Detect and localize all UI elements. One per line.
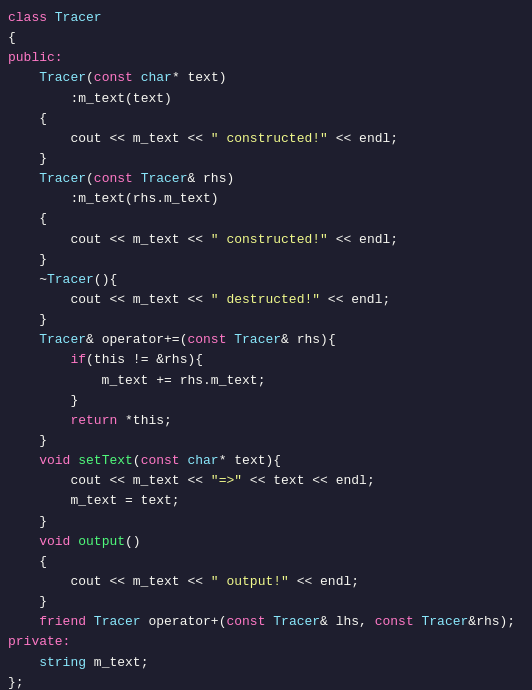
code-token: *this; bbox=[117, 413, 172, 428]
code-line: public: bbox=[0, 48, 532, 68]
code-token: const bbox=[226, 614, 273, 629]
code-token: Tracer bbox=[234, 332, 281, 347]
code-token: Tracer bbox=[55, 10, 102, 25]
code-token: } bbox=[8, 151, 47, 166]
code-line: friend Tracer operator+(const Tracer& lh… bbox=[0, 612, 532, 632]
code-line: string m_text; bbox=[0, 653, 532, 673]
code-token: Tracer bbox=[94, 614, 141, 629]
code-block: class Tracer{public: Tracer(const char* … bbox=[0, 0, 532, 690]
code-line: } bbox=[0, 391, 532, 411]
code-token: () bbox=[125, 534, 141, 549]
code-token bbox=[8, 171, 39, 186]
code-token: * bbox=[172, 70, 188, 85]
code-token: ( bbox=[86, 171, 94, 186]
code-line: void output() bbox=[0, 532, 532, 552]
code-token bbox=[8, 453, 39, 468]
code-token: & operator+=( bbox=[86, 332, 187, 347]
code-token: cout << m_text << bbox=[8, 473, 211, 488]
code-token: (this != &rhs){ bbox=[86, 352, 203, 367]
code-token: } bbox=[8, 433, 47, 448]
code-token: class bbox=[8, 10, 55, 25]
code-line: } bbox=[0, 250, 532, 270]
code-line: :m_text(rhs.m_text) bbox=[0, 189, 532, 209]
code-line: { bbox=[0, 209, 532, 229]
code-token: m_text; bbox=[86, 655, 148, 670]
code-token: "=>" bbox=[211, 473, 242, 488]
code-token: cout << m_text << bbox=[8, 131, 211, 146]
code-token: void bbox=[39, 534, 78, 549]
code-token: cout << m_text << bbox=[8, 574, 211, 589]
code-token: &rhs); bbox=[468, 614, 515, 629]
code-token: private: bbox=[8, 634, 70, 649]
code-line: void setText(const char* text){ bbox=[0, 451, 532, 471]
code-line: { bbox=[0, 109, 532, 129]
code-line: } bbox=[0, 512, 532, 532]
code-token: public: bbox=[8, 50, 63, 65]
code-line: Tracer(const char* text) bbox=[0, 68, 532, 88]
code-line: cout << m_text << " output!" << endl; bbox=[0, 572, 532, 592]
code-token: " constructed!" bbox=[211, 131, 328, 146]
code-line: Tracer(const Tracer& rhs) bbox=[0, 169, 532, 189]
code-line: m_text = text; bbox=[0, 491, 532, 511]
code-token bbox=[8, 413, 70, 428]
code-token: const bbox=[375, 614, 422, 629]
code-token: m_text = text; bbox=[8, 493, 180, 508]
code-token bbox=[8, 534, 39, 549]
code-token: { bbox=[8, 30, 16, 45]
code-token: Tracer bbox=[39, 171, 86, 186]
code-token: cout << m_text << bbox=[8, 292, 211, 307]
code-token: { bbox=[8, 211, 47, 226]
code-token: << text << endl; bbox=[242, 473, 375, 488]
code-token: char bbox=[141, 70, 172, 85]
code-token: } bbox=[8, 312, 47, 327]
code-line: cout << m_text << " constructed!" << end… bbox=[0, 129, 532, 149]
code-token: const bbox=[187, 332, 234, 347]
code-line: } bbox=[0, 431, 532, 451]
code-token: Tracer bbox=[39, 70, 86, 85]
code-line: } bbox=[0, 149, 532, 169]
code-line: Tracer& operator+=(const Tracer& rhs){ bbox=[0, 330, 532, 350]
code-token: cout << m_text << bbox=[8, 232, 211, 247]
code-token: Tracer bbox=[47, 272, 94, 287]
code-token: " destructed!" bbox=[211, 292, 320, 307]
code-line: }; bbox=[0, 673, 532, 690]
code-token: & rhs){ bbox=[281, 332, 336, 347]
code-line: } bbox=[0, 310, 532, 330]
code-line: cout << m_text << "=>" << text << endl; bbox=[0, 471, 532, 491]
code-token bbox=[8, 352, 70, 367]
code-token: friend bbox=[8, 614, 94, 629]
code-token: << endl; bbox=[289, 574, 359, 589]
code-token: { bbox=[8, 554, 47, 569]
code-token: text) bbox=[187, 70, 226, 85]
code-token: Tracer bbox=[39, 332, 86, 347]
code-token: : bbox=[8, 91, 78, 106]
code-token bbox=[8, 655, 39, 670]
code-token: * text){ bbox=[219, 453, 281, 468]
code-token: " constructed!" bbox=[211, 232, 328, 247]
code-line: class Tracer bbox=[0, 8, 532, 28]
code-line: cout << m_text << " constructed!" << end… bbox=[0, 230, 532, 250]
code-token bbox=[8, 332, 39, 347]
code-token: (){ bbox=[94, 272, 117, 287]
code-token: const bbox=[94, 70, 141, 85]
code-line: { bbox=[0, 28, 532, 48]
code-token: ~ bbox=[8, 272, 47, 287]
code-line: :m_text(text) bbox=[0, 89, 532, 109]
code-line: ~Tracer(){ bbox=[0, 270, 532, 290]
code-token: << endl; bbox=[328, 131, 398, 146]
code-line: cout << m_text << " destructed!" << endl… bbox=[0, 290, 532, 310]
code-token: Tracer bbox=[141, 171, 188, 186]
code-token: " output!" bbox=[211, 574, 289, 589]
code-token: << endl; bbox=[320, 292, 390, 307]
code-token: string bbox=[39, 655, 86, 670]
code-line: { bbox=[0, 552, 532, 572]
code-token bbox=[8, 70, 39, 85]
code-line: } bbox=[0, 592, 532, 612]
code-token: return bbox=[70, 413, 117, 428]
code-token: ( bbox=[133, 453, 141, 468]
code-token: ( bbox=[86, 70, 94, 85]
code-token: if bbox=[70, 352, 86, 367]
code-line: if(this != &rhs){ bbox=[0, 350, 532, 370]
code-token: m_text += rhs.m_text; bbox=[8, 373, 265, 388]
code-token: m_text(text) bbox=[78, 91, 172, 106]
